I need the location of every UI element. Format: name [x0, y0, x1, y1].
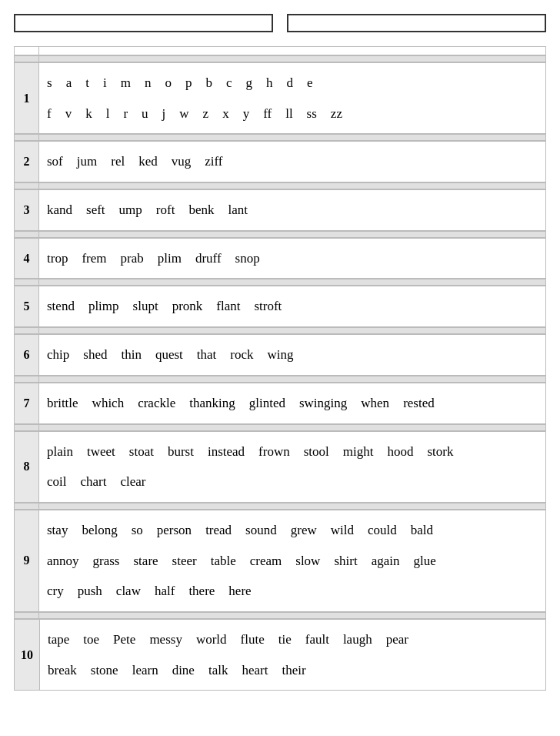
list-item: l	[106, 100, 110, 128]
list-item: tie	[278, 626, 292, 654]
content-cell-10: tapetoePetemessyworldflutetiefaultlaughp…	[40, 619, 546, 690]
list-item: bald	[411, 517, 433, 544]
list-item: snop	[235, 245, 260, 273]
list-item: wild	[331, 517, 354, 544]
words-line: kandseftumproftbenklant	[47, 196, 538, 224]
row-num-8: 8	[15, 431, 39, 502]
words-line: chipshedthinquestthatrockwing	[47, 341, 538, 369]
list-item: here	[228, 577, 251, 605]
list-item: which	[92, 390, 125, 417]
list-item: flute	[241, 626, 265, 654]
list-item: ump	[119, 196, 142, 224]
list-item: zz	[331, 100, 342, 128]
list-item: that	[197, 341, 217, 369]
list-item: roft	[156, 196, 175, 224]
list-item: glue	[413, 547, 435, 575]
list-item: u	[142, 100, 148, 128]
list-item: grew	[291, 517, 317, 544]
list-item: burst	[168, 438, 194, 466]
list-item: dine	[172, 657, 195, 684]
words-line: coilchartclear	[47, 468, 538, 496]
list-item: ff	[263, 100, 272, 128]
list-item: tape	[48, 626, 69, 654]
list-item: benk	[188, 196, 214, 224]
row-1: 1satimnopbcghdefvklrujwzxyffllsszz	[14, 62, 546, 134]
list-item: laugh	[343, 626, 372, 654]
row-num-10: 10	[15, 619, 40, 690]
list-item: stool	[304, 438, 329, 466]
row-num-7: 7	[15, 383, 39, 423]
header	[14, 14, 546, 32]
list-item: prab	[120, 245, 143, 273]
list-item: instead	[208, 438, 245, 466]
list-item: table	[211, 547, 236, 575]
list-item: slupt	[133, 293, 158, 320]
list-item: d	[286, 69, 293, 97]
title-row	[15, 47, 546, 55]
row-8: 8plaintweetstoatburstinsteadfrownstoolmi…	[14, 431, 546, 503]
list-item: steer	[172, 547, 197, 575]
list-item: tread	[205, 517, 232, 544]
words-line: staybelongsopersontreadsoundgrewwildcoul…	[47, 517, 538, 544]
list-item: pear	[386, 626, 408, 654]
list-item: druff	[195, 245, 222, 273]
date-box[interactable]	[287, 14, 546, 32]
list-item: world	[196, 626, 227, 654]
list-item: stroft	[254, 293, 282, 320]
words-line: tropfremprabplimdruffsnop	[47, 245, 538, 273]
row-num-9: 9	[15, 510, 39, 611]
list-item: w	[179, 100, 188, 128]
list-item: lant	[228, 196, 248, 224]
words-line: tapetoePetemessyworldflutetiefaultlaughp…	[48, 626, 538, 654]
list-item: f	[47, 100, 52, 128]
list-item: rested	[403, 390, 435, 417]
list-item: rel	[111, 148, 125, 176]
list-item: flant	[216, 293, 240, 320]
list-item: slow	[295, 547, 320, 575]
row-num-3: 3	[15, 190, 39, 231]
list-item: seft	[86, 196, 105, 224]
content-cell-8: plaintweetstoatburstinsteadfrownstoolmig…	[39, 431, 546, 502]
row-2: 2sofjumrelkedvugziff	[14, 141, 546, 182]
list-item: grass	[93, 547, 120, 575]
list-item: half	[155, 577, 175, 605]
list-item: again	[372, 547, 400, 575]
list-item: fault	[305, 626, 329, 654]
list-item: toe	[83, 626, 99, 654]
list-item: ziff	[205, 148, 222, 176]
row-10: 10tapetoePetemessyworldflutetiefaultlaug…	[14, 619, 546, 691]
row-5: 5stendplimpsluptpronkflantstroft	[14, 286, 546, 327]
list-item: break	[48, 657, 77, 684]
words-line: fvklrujwzxyffllsszz	[47, 100, 538, 128]
row-4: 4tropfremprabplimdruffsnop	[14, 238, 546, 279]
list-item: z	[203, 100, 209, 128]
list-item: sound	[245, 517, 277, 544]
list-item: trop	[47, 245, 68, 273]
content-cell-5: stendplimpsluptpronkflantstroft	[39, 286, 546, 327]
list-item: ll	[285, 100, 292, 128]
list-item: there	[188, 577, 215, 605]
list-item: when	[361, 390, 389, 417]
name-box[interactable]	[14, 14, 273, 32]
list-item: frown	[258, 438, 290, 466]
words-line: breakstonelearndinetalkhearttheir	[48, 657, 538, 684]
list-item: might	[343, 438, 374, 466]
words-line: stendplimpsluptpronkflantstroft	[47, 293, 538, 320]
list-item: h	[266, 69, 273, 97]
list-item: coil	[47, 468, 67, 496]
list-item: jum	[77, 148, 97, 176]
list-item: thin	[121, 341, 141, 369]
list-item: stone	[91, 657, 118, 684]
list-item: messy	[149, 626, 182, 654]
list-item: a	[66, 69, 72, 97]
list-item: m	[121, 69, 131, 97]
list-item: s	[47, 69, 52, 97]
content-cell-7: brittlewhichcracklethankingglintedswingi…	[39, 383, 546, 423]
list-item: t	[85, 69, 89, 97]
list-item: c	[226, 69, 232, 97]
list-item: plim	[158, 245, 182, 273]
list-item: sof	[47, 148, 63, 176]
list-item: x	[222, 100, 229, 128]
list-item: cry	[47, 577, 64, 605]
words-line: annoygrassstaresteertablecreamslowshirta…	[47, 547, 538, 575]
